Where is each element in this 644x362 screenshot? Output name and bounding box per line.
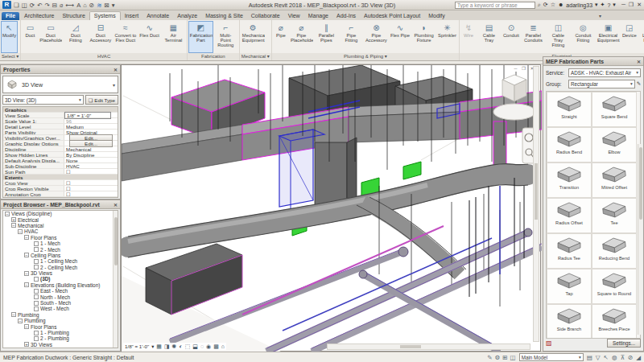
crop-view-icon[interactable]: ⬚ [185,343,191,350]
ribbon-tab[interactable]: Insert [121,12,143,20]
ribbon-group-label[interactable]: Fabrication [188,53,239,60]
tree-item[interactable]: − Elevations (Building Elevation) [3,282,118,288]
tree-item[interactable]: West - Mech [3,306,118,311]
project-browser-caption[interactable]: Project Browser - MEP_Blackpool.rvt ✕ [1,200,120,209]
tree-item[interactable]: 1 - Plumbing [3,330,118,335]
ribbon-button[interactable]: ∿Flex Pipe [389,21,411,53]
temporary-hide-isolate-icon[interactable]: ◌ [200,343,204,350]
ribbon-tab[interactable]: Autodesk Point Layout [360,12,424,20]
property-value[interactable]: HVAC [64,163,118,169]
maximize-button[interactable]: ❐ [629,2,634,8]
search-input[interactable]: Type a keyword or phrase [455,2,535,9]
close-hidden-windows-icon[interactable]: ⊠ [104,2,109,9]
property-value[interactable]: ☐ [64,191,118,197]
ribbon-group-label[interactable]: HVAC [21,53,186,60]
thin-lines-icon[interactable]: ≋ [97,2,101,9]
ribbon-button[interactable]: ◫Cable Tray Fitting [546,21,571,53]
ribbon-button[interactable]: ⊗Pipe Accessory [364,21,389,53]
ribbon-button[interactable]: ↯Wire [460,21,477,53]
close-icon[interactable]: ✕ [114,202,118,208]
fabrication-part-tile[interactable]: Mitred Offset [592,162,637,198]
tree-expander-icon[interactable] [34,301,39,306]
fabrication-part-tile[interactable]: Square to Round [592,269,637,304]
ribbon-button[interactable]: ▣Electrical Equipment [596,21,621,53]
tree-item[interactable]: + Electrical [3,216,118,222]
tree-item[interactable]: − Ceiling Plans [3,253,118,258]
temporary-view-properties-icon[interactable]: ⌂ [221,343,225,350]
ribbon-button[interactable]: ≣Parallel Conduits [521,21,546,53]
tree-expander-icon[interactable]: − [18,319,23,323]
fabrication-config-icon[interactable]: ▨ [546,339,552,347]
ribbon-button[interactable]: ◗Plumbing Fixture [411,21,436,53]
ribbon-tab[interactable]: Massing & Site [201,12,247,20]
property-row[interactable]: Annotation Crop ☐ [3,191,118,197]
tree-expander-icon[interactable]: − [24,282,29,287]
fabrication-part-tile[interactable]: Tap [547,269,592,304]
tree-item[interactable]: (3D) [3,276,118,282]
property-row[interactable]: Sun Path ☐ [3,169,118,175]
favorites-star-icon[interactable]: ☆ [551,2,555,8]
property-value[interactable]: ☐ [64,186,118,191]
tree-expander-icon[interactable] [34,277,39,282]
ribbon-button[interactable]: ⚙Mechanical Equipment [241,21,266,53]
tree-item[interactable]: − Plumbing [3,318,118,323]
group-combo[interactable]: Rectangular ▾ [568,80,635,88]
close-button[interactable]: ✕ [637,2,642,8]
undo-icon[interactable]: ↶ [37,2,42,9]
ribbon-tab[interactable]: Analyze [173,12,201,20]
property-value[interactable]: ☐ [64,169,118,175]
ribbon-button[interactable]: ✳Sprinkler [436,21,458,53]
text-icon[interactable]: A [76,2,80,9]
tree-item[interactable]: − Floor Plans [3,323,118,329]
tree-expander-icon[interactable]: − [11,312,16,317]
default-3d-view-icon[interactable]: ⌂ [83,2,87,9]
ribbon-button[interactable]: ◩Fabrication Part [188,21,213,53]
ribbon-button[interactable]: ↖Modify [1,21,18,53]
property-value[interactable]: 96 [64,118,118,124]
fabrication-part-tile[interactable]: Reducing Bend [592,233,637,269]
tree-item[interactable]: 2 - Mech [3,246,118,252]
select-pinned-icon[interactable]: ⊼ [620,354,625,361]
ribbon-tab[interactable]: Manage [304,12,332,20]
filter-icon[interactable]: ▽ [596,354,601,361]
ribbon-tab[interactable]: Annotate [142,12,173,20]
sign-in-sync-icon[interactable]: ⟳ [543,2,548,8]
link-icon[interactable]: ⊞ [502,354,507,361]
tree-item[interactable]: 1 - Ceiling Mech [3,258,118,264]
tree-expander-icon[interactable]: − [24,324,29,329]
ribbon-button[interactable]: ∿Flex Duct [138,21,160,53]
fabrication-parts-caption[interactable]: MEP Fabrication Parts ✕ [543,57,643,66]
tree-expander-icon[interactable]: + [24,342,29,347]
tree-item[interactable]: − Mechanical [3,223,118,228]
ribbon-button[interactable]: ▦Air Terminal [161,21,186,53]
section-icon[interactable]: ⊘ [89,2,94,9]
qat-dropdown-icon[interactable]: ▾ [112,2,115,9]
design-options-icon[interactable]: ▤ [587,354,592,361]
sun-path-icon[interactable]: ✺ [172,343,177,350]
fabrication-part-tile[interactable]: Side Branch [547,304,592,339]
tree-item[interactable]: 2 - Plumbing [3,335,118,341]
fabrication-part-tile[interactable]: Radius Offset [547,198,592,233]
ribbon-button[interactable]: ✦Lighting Fixture [638,21,644,53]
print-icon[interactable]: ⊟ [52,2,57,9]
fabrication-part-tile[interactable]: Elbow [592,127,637,162]
measure-icon[interactable]: ⌀ [60,2,64,9]
tree-expander-icon[interactable] [34,247,39,252]
tree-expander-icon[interactable]: − [24,253,29,257]
horizontal-scrollbar[interactable] [327,343,530,350]
tree-expander-icon[interactable]: − [5,212,10,216]
ribbon-tab[interactable]: Structure [58,12,89,20]
ribbon-button[interactable]: ∥Parallel Pipes [314,21,339,53]
edit-service-icon[interactable]: ✎ [637,80,641,87]
exclude-options-icon[interactable]: ◢ [636,354,641,361]
ribbon-button[interactable]: ◿Duct Fitting [63,21,88,53]
fabrication-part-tile[interactable]: Radius Tee [547,233,592,269]
active-workset-combo[interactable]: Main Model ▾ [519,353,584,361]
tree-expander-icon[interactable] [34,294,39,299]
fabrication-part-tile[interactable]: Breeches Piece [592,304,637,339]
tree-item[interactable]: − Views (Discipline) [3,211,118,216]
tree-expander-icon[interactable]: − [24,235,29,240]
detail-level-icon[interactable]: ▦ [156,343,162,350]
redo-icon[interactable]: ↷ [44,2,49,9]
help-icon[interactable]: ? [607,2,610,8]
